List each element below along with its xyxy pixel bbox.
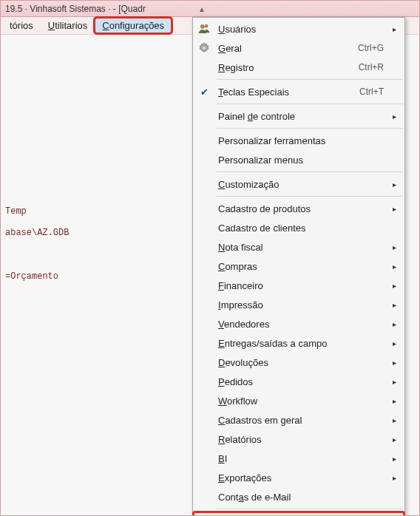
submenu-arrow-icon: ▸ xyxy=(388,262,400,271)
svg-point-0 xyxy=(200,25,204,29)
submenu-arrow-icon: ▸ xyxy=(388,301,400,309)
menu-item-label: Usuários xyxy=(215,24,344,35)
menu-item-cadastros-em-geral[interactable]: Cadastros em geral▸ xyxy=(193,410,404,430)
submenu-arrow-icon: ▸ xyxy=(388,339,400,347)
menu-separator xyxy=(217,79,403,80)
menu-item-registro[interactable]: RegistroCtrl+R xyxy=(193,58,404,77)
menu-separator xyxy=(217,103,403,104)
menu-item-label: Relatórios xyxy=(215,434,344,445)
menu-item-label: Impressão xyxy=(215,299,344,310)
menu-utilitarios[interactable]: Utilitarios xyxy=(41,18,95,33)
icon-spacer xyxy=(193,449,215,468)
menu-item-personalizar-menus[interactable]: Personalizar menus xyxy=(193,150,404,169)
menu-item-customizacao[interactable]: Customização▸ xyxy=(193,174,404,194)
icon-spacer xyxy=(193,391,215,410)
menu-item-relatorios[interactable]: Relatórios▸ xyxy=(193,430,404,449)
menu-configuracoes[interactable]: Configurações xyxy=(95,18,172,33)
menu-item-geral[interactable]: GeralCtrl+G xyxy=(193,38,404,58)
icon-spacer xyxy=(193,174,215,194)
icon-spacer xyxy=(193,106,215,126)
menu-separator xyxy=(217,128,403,129)
menu-item-painel-de-controle[interactable]: Painel de controle▸ xyxy=(193,106,404,126)
icon-spacer xyxy=(193,372,215,391)
icon-spacer xyxy=(193,410,215,430)
icon-spacer xyxy=(193,131,215,150)
menu-separator xyxy=(217,509,403,509)
menu-item-nota-fiscal[interactable]: Nota fiscal▸ xyxy=(193,237,404,257)
menu-item-compras[interactable]: Compras▸ xyxy=(193,257,404,276)
menu-item-label: Personalizar ferramentas xyxy=(215,135,344,146)
menu-item-label: Pedidos xyxy=(215,376,344,387)
gear-icon xyxy=(193,38,215,58)
menu-item-label: BI xyxy=(215,453,344,464)
menu-item-bancos[interactable]: Bancos▸ xyxy=(193,512,404,516)
submenu-arrow-icon: ▸ xyxy=(388,435,400,444)
icon-spacer xyxy=(193,512,215,516)
menu-item-label: Geral xyxy=(215,43,344,54)
menu-item-cadastro-de-produtos[interactable]: Cadastro de produtos▸ xyxy=(193,199,404,218)
svg-point-3 xyxy=(203,47,206,50)
submenu-arrow-icon: ▸ xyxy=(388,180,400,189)
icon-spacer xyxy=(193,276,215,295)
menu-item-shortcut: Ctrl+G xyxy=(344,43,388,53)
submenu-arrow-icon: ▸ xyxy=(388,416,400,424)
menu-item-label: Devoluções xyxy=(215,357,344,368)
menu-item-label: Painel de controle xyxy=(215,111,344,122)
menu-item-shortcut: Ctrl+R xyxy=(344,62,388,72)
menu-item-cadastro-de-clientes[interactable]: Cadastro de clientes xyxy=(193,218,404,237)
submenu-arrow-icon: ▸ xyxy=(388,397,400,405)
menu-item-label: Cadastro de produtos xyxy=(215,203,344,214)
submenu-arrow-icon: ▸ xyxy=(388,282,400,290)
icon-spacer xyxy=(193,199,215,218)
menu-item-label: Entregas/saídas a campo xyxy=(215,338,344,349)
menu-item-label: Cadastros em geral xyxy=(215,415,344,426)
menu-item-label: Workflow xyxy=(215,396,344,407)
menu-item-contas-de-e-mail[interactable]: Contas de e-Mail xyxy=(193,487,404,506)
icon-spacer xyxy=(193,314,215,333)
submenu-arrow-icon: ▸ xyxy=(388,205,400,213)
menu-item-label: Compras xyxy=(215,261,344,272)
svg-point-1 xyxy=(205,24,208,27)
menu-item-financeiro[interactable]: Financeiro▸ xyxy=(193,276,404,295)
dropdown-scroll-up[interactable]: ▲ xyxy=(193,4,211,14)
menu-item-label: Registro xyxy=(215,62,344,73)
menu-item-label: Contas de e-Mail xyxy=(215,492,344,503)
window-title: 19.5 · Vinhasoft Sistemas · - [Quadr xyxy=(5,4,146,14)
icon-spacer xyxy=(193,353,215,372)
submenu-arrow-icon: ▸ xyxy=(388,112,400,120)
configuracoes-dropdown: Usuários▸GeralCtrl+GRegistroCtrl+R✔Tecla… xyxy=(192,17,405,516)
icon-spacer xyxy=(193,218,215,237)
icon-spacer xyxy=(193,257,215,276)
submenu-arrow-icon: ▸ xyxy=(388,320,400,328)
submenu-arrow-icon: ▸ xyxy=(388,455,400,463)
menu-item-devolucoes[interactable]: Devoluções▸ xyxy=(193,353,404,372)
menu-item-shortcut: Ctrl+T xyxy=(344,86,388,97)
menu-item-label: Vendedores xyxy=(215,319,344,330)
menu-item-label: Financeiro xyxy=(215,280,344,291)
menu-item-impressao[interactable]: Impressão▸ xyxy=(193,295,404,314)
menu-item-label: Customização xyxy=(215,179,344,190)
menu-item-bi[interactable]: BI▸ xyxy=(193,449,404,468)
menu-item-usuarios[interactable]: Usuários▸ xyxy=(193,19,404,38)
menu-item-label: Cadastro de clientes xyxy=(215,223,344,234)
menu-item-workflow[interactable]: Workflow▸ xyxy=(193,391,404,410)
submenu-arrow-icon: ▸ xyxy=(388,474,400,482)
menu-item-entregassaidas-a-campo[interactable]: Entregas/saídas a campo▸ xyxy=(193,333,404,353)
check-icon: ✔ xyxy=(193,82,215,101)
menu-relatorios[interactable]: tórios xyxy=(2,18,41,33)
menu-separator xyxy=(217,172,403,172)
icon-spacer xyxy=(193,333,215,353)
menu-item-pedidos[interactable]: Pedidos▸ xyxy=(193,372,404,391)
submenu-arrow-icon: ▸ xyxy=(388,359,400,367)
menu-item-personalizar-ferramentas[interactable]: Personalizar ferramentas xyxy=(193,131,404,150)
menu-item-teclas-especiais[interactable]: ✔Teclas EspeciaisCtrl+T xyxy=(193,82,404,101)
menu-separator xyxy=(217,196,403,197)
icon-spacer xyxy=(193,237,215,257)
menu-item-label: Nota fiscal xyxy=(215,242,344,253)
icon-spacer xyxy=(193,295,215,314)
menu-item-vendedores[interactable]: Vendedores▸ xyxy=(193,314,404,333)
menu-item-exportacoes[interactable]: Exportações▸ xyxy=(193,468,404,487)
users-icon xyxy=(193,19,215,38)
icon-spacer xyxy=(193,487,215,506)
menu-item-label: Personalizar menus xyxy=(215,155,344,166)
